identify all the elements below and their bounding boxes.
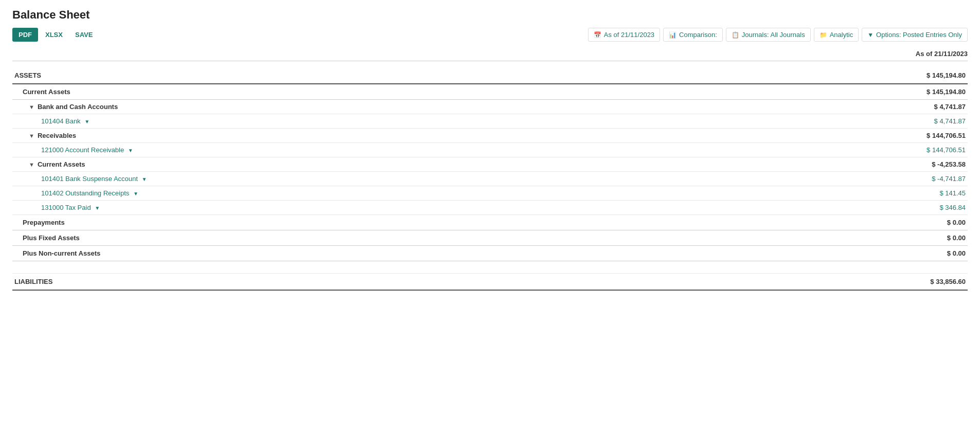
report-table: ASSETS $ 145,194.80 Current Assets $ 145… — [12, 67, 968, 291]
comparison-filter[interactable]: 📊 Comparison: — [663, 28, 723, 42]
toolbar: PDF XLSX SAVE 📅 As of 21/11/2023 📊 Compa… — [12, 28, 968, 42]
assets-label: ASSETS — [12, 67, 896, 84]
save-button[interactable]: SAVE — [70, 28, 98, 42]
receivables-label: ▼Receivables — [12, 129, 896, 143]
calendar-icon: 📅 — [594, 31, 601, 39]
toolbar-filters: 📅 As of 21/11/2023 📊 Comparison: 📋 Journ… — [588, 28, 968, 42]
account-131000-label[interactable]: 131000 Tax Paid ▼ — [12, 201, 896, 215]
account-101402-amount: $ 141.45 — [896, 186, 968, 201]
current-assets-main-label: Current Assets — [12, 84, 896, 100]
account-121000-label[interactable]: 121000 Account Receivable ▼ — [12, 143, 896, 157]
liabilities-amount: $ 33,856.60 — [896, 274, 968, 291]
dropdown-arrow-121000[interactable]: ▼ — [128, 148, 133, 153]
collapse-arrow-receivables[interactable]: ▼ — [29, 133, 34, 139]
bank-cash-label: ▼Bank and Cash Accounts — [12, 100, 896, 114]
prepayments-amount: $ 0.00 — [896, 215, 968, 230]
assets-amount: $ 145,194.80 — [896, 67, 968, 84]
pdf-button[interactable]: PDF — [12, 28, 38, 42]
options-filter[interactable]: ▼ Options: Posted Entries Only — [862, 28, 968, 42]
current-assets-sub-row: ▼Current Assets $ -4,253.58 — [12, 157, 968, 172]
comparison-label: Comparison: — [679, 31, 717, 39]
collapse-arrow-bank[interactable]: ▼ — [29, 104, 34, 110]
current-assets-sub-label: ▼Current Assets — [12, 157, 896, 172]
account-101401-label[interactable]: 101401 Bank Suspense Account ▼ — [12, 172, 896, 186]
account-131000-amount: $ 346.84 — [896, 201, 968, 215]
account-131000-row: 131000 Tax Paid ▼ $ 346.84 — [12, 201, 968, 215]
spacer-row — [12, 261, 968, 274]
plus-fixed-assets-label: Plus Fixed Assets — [12, 230, 896, 246]
prepayments-label: Prepayments — [12, 215, 896, 230]
plus-fixed-assets-amount: $ 0.00 — [896, 230, 968, 246]
page-container: Balance Sheet PDF XLSX SAVE 📅 As of 21/1… — [0, 0, 980, 299]
receivables-amount: $ 144,706.51 — [896, 129, 968, 143]
bar-chart-icon: 📊 — [669, 31, 676, 39]
xlsx-button[interactable]: XLSX — [40, 28, 68, 42]
account-101402-label[interactable]: 101402 Outstanding Receipts ▼ — [12, 186, 896, 201]
journals-filter[interactable]: 📋 Journals: All Journals — [726, 28, 811, 42]
plus-fixed-assets-row: Plus Fixed Assets $ 0.00 — [12, 230, 968, 246]
bank-cash-row: ▼Bank and Cash Accounts $ 4,741.87 — [12, 100, 968, 114]
current-assets-main-amount: $ 145,194.80 — [896, 84, 968, 100]
plus-non-current-label: Plus Non-current Assets — [12, 246, 896, 261]
analytic-label: Analytic — [830, 31, 853, 39]
current-assets-sub-amount: $ -4,253.58 — [896, 157, 968, 172]
as-of-filter[interactable]: 📅 As of 21/11/2023 — [588, 28, 660, 42]
account-101404-amount: $ 4,741.87 — [896, 114, 968, 129]
col-header-date: As of 21/11/2023 — [885, 50, 968, 58]
bank-cash-amount: $ 4,741.87 — [896, 100, 968, 114]
liabilities-section-row: LIABILITIES $ 33,856.60 — [12, 274, 968, 291]
assets-section-row: ASSETS $ 145,194.80 — [12, 67, 968, 84]
options-label: Options: Posted Entries Only — [876, 31, 962, 39]
journal-icon: 📋 — [732, 31, 739, 39]
account-101401-row: 101401 Bank Suspense Account ▼ $ -4,741.… — [12, 172, 968, 186]
dropdown-arrow-101404[interactable]: ▼ — [84, 119, 90, 124]
dropdown-arrow-101402[interactable]: ▼ — [133, 191, 138, 196]
analytic-icon: 📁 — [819, 31, 827, 39]
filter-icon: ▼ — [867, 31, 874, 39]
prepayments-row: Prepayments $ 0.00 — [12, 215, 968, 230]
account-121000-row: 121000 Account Receivable ▼ $ 144,706.51 — [12, 143, 968, 157]
liabilities-label: LIABILITIES — [12, 274, 896, 291]
page-title: Balance Sheet — [12, 8, 968, 22]
account-101404-row: 101404 Bank ▼ $ 4,741.87 — [12, 114, 968, 129]
account-101404-label[interactable]: 101404 Bank ▼ — [12, 114, 896, 129]
report-header: As of 21/11/2023 — [12, 50, 968, 61]
plus-non-current-amount: $ 0.00 — [896, 246, 968, 261]
dropdown-arrow-131000[interactable]: ▼ — [95, 205, 100, 211]
as-of-label: As of 21/11/2023 — [604, 31, 654, 39]
account-101401-amount: $ -4,741.87 — [896, 172, 968, 186]
current-assets-main-row: Current Assets $ 145,194.80 — [12, 84, 968, 100]
dropdown-arrow-101401[interactable]: ▼ — [142, 176, 147, 182]
plus-non-current-row: Plus Non-current Assets $ 0.00 — [12, 246, 968, 261]
analytic-filter[interactable]: 📁 Analytic — [814, 28, 859, 42]
account-121000-amount: $ 144,706.51 — [896, 143, 968, 157]
receivables-row: ▼Receivables $ 144,706.51 — [12, 129, 968, 143]
collapse-arrow-current[interactable]: ▼ — [29, 161, 34, 168]
account-101402-row: 101402 Outstanding Receipts ▼ $ 141.45 — [12, 186, 968, 201]
journals-label: Journals: All Journals — [742, 31, 805, 39]
